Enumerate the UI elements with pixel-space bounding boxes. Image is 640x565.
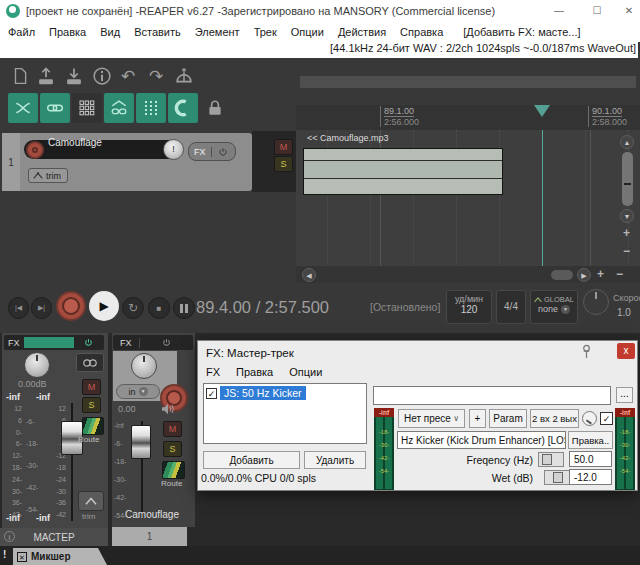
envelope-points-button[interactable] bbox=[104, 93, 134, 123]
fx-plugin-name[interactable]: JS: 50 Hz Kicker bbox=[220, 386, 306, 400]
undo-icon[interactable]: ↶ bbox=[116, 64, 140, 88]
track-strip-mute-button[interactable]: M bbox=[163, 421, 182, 437]
timeline-ruler[interactable]: 89.1.00 2:56.000 90.1.00 2:58.000 bbox=[296, 105, 640, 131]
record-button[interactable] bbox=[56, 291, 86, 321]
time-signature-box[interactable]: 4/4 bbox=[496, 290, 526, 324]
zoom-out-horizontal-button[interactable]: − bbox=[616, 267, 623, 281]
playhead-marker[interactable] bbox=[534, 105, 550, 117]
zoom-in-vertical-button[interactable]: + bbox=[623, 226, 630, 240]
menu-edit[interactable]: Правка bbox=[49, 26, 86, 38]
repeat-button[interactable]: ↻ bbox=[122, 297, 144, 319]
project-settings-icon[interactable] bbox=[90, 64, 114, 88]
master-pan-knob[interactable] bbox=[24, 352, 50, 378]
track-input-button[interactable]: in ▼ bbox=[116, 384, 160, 399]
master-solo-button[interactable]: S bbox=[82, 397, 101, 413]
redo-icon[interactable]: ↷ bbox=[144, 64, 168, 88]
param2-slider[interactable] bbox=[544, 470, 570, 485]
menu-help[interactable]: Справка bbox=[400, 26, 443, 38]
fx-chain-item[interactable]: ✓ JS: 50 Hz Kicker bbox=[204, 384, 366, 402]
menu-track[interactable]: Трек bbox=[254, 26, 277, 38]
record-arm-button[interactable] bbox=[26, 141, 44, 159]
fx-dots-button[interactable]: ... bbox=[616, 387, 633, 403]
add-fx-button[interactable]: Добавить bbox=[203, 451, 300, 469]
chevron-down-icon[interactable]: ▼ bbox=[561, 305, 570, 314]
media-item-label[interactable]: << Camouflage.mp3 bbox=[307, 133, 389, 143]
scroll-left-button[interactable]: ◀ bbox=[302, 268, 316, 282]
menu-view[interactable]: Вид bbox=[100, 26, 120, 38]
bpm-box[interactable]: уд/мин 120 bbox=[446, 290, 492, 324]
menu-insert[interactable]: Вставить bbox=[134, 26, 181, 38]
track-volume-knob[interactable]: ! bbox=[163, 139, 184, 160]
fx-bypass-checkbox[interactable]: ✓ bbox=[600, 412, 613, 425]
preset-dropdown[interactable]: Нет пресе ∨ bbox=[398, 409, 465, 428]
rate-value[interactable]: 1.0 bbox=[617, 307, 631, 318]
maximize-button[interactable]: ☐ bbox=[584, 3, 610, 19]
mixer-tab[interactable]: ✕ Микшер bbox=[13, 548, 107, 565]
global-automation-box[interactable]: GLOBAL none ▼ bbox=[530, 290, 578, 324]
media-item[interactable] bbox=[303, 148, 503, 195]
master-fx-row[interactable]: FX bbox=[4, 335, 104, 350]
menu-add-fx-master[interactable]: [Добавить FX: масте...] bbox=[463, 26, 580, 38]
bpm-value[interactable]: 120 bbox=[447, 304, 491, 315]
scroll-pill-button[interactable] bbox=[551, 270, 573, 280]
zoom-out-vertical-button[interactable]: − bbox=[623, 244, 630, 258]
master-stereo-button[interactable] bbox=[76, 353, 104, 372]
track-gain-value[interactable]: 0.00 bbox=[118, 404, 136, 414]
master-trim-button[interactable] bbox=[78, 491, 104, 511]
close-button[interactable]: ✕ bbox=[616, 3, 640, 19]
fx-menu-fx[interactable]: FX bbox=[206, 366, 220, 378]
play-button[interactable]: ▶ bbox=[89, 291, 119, 321]
param1-slider-thumb[interactable] bbox=[542, 454, 552, 465]
stop-button[interactable]: ■ bbox=[148, 297, 170, 319]
track-control-panel[interactable]: Camouflage ! FX trim bbox=[20, 133, 252, 191]
go-to-start-button[interactable]: |◀ bbox=[8, 297, 29, 319]
io-routing-button[interactable]: 2 вх 2 вых bbox=[530, 409, 579, 428]
track-solo-button[interactable]: S bbox=[274, 156, 293, 172]
fx-enabled-checkbox[interactable]: ✓ bbox=[206, 388, 217, 399]
track-envelope-button[interactable]: trim bbox=[28, 168, 68, 183]
master-mute-button[interactable]: M bbox=[82, 379, 101, 395]
fx-window-close-button[interactable]: x bbox=[617, 343, 635, 359]
pin-icon[interactable] bbox=[580, 344, 593, 359]
menu-actions[interactable]: Действия bbox=[338, 26, 386, 38]
auto-crossfade-button[interactable] bbox=[8, 93, 38, 123]
save-project-icon[interactable] bbox=[34, 64, 58, 88]
plugin-edit-button[interactable]: Правка.. bbox=[568, 431, 613, 449]
minimize-button[interactable]: — bbox=[546, 3, 572, 19]
master-gain-value[interactable]: 0.00dB bbox=[18, 379, 47, 389]
master-fx-power-icon[interactable] bbox=[74, 338, 104, 347]
track-strip-fx-power-icon[interactable] bbox=[140, 338, 193, 347]
item-grouping-button[interactable] bbox=[40, 93, 70, 123]
playrate-knob[interactable] bbox=[583, 289, 609, 315]
zoom-in-horizontal-button[interactable]: + bbox=[597, 267, 604, 281]
master-strip-label-bar[interactable]: i МАСТЕР bbox=[0, 528, 108, 546]
menu-file[interactable]: Файл bbox=[8, 26, 35, 38]
param2-value[interactable]: -12.0 bbox=[569, 469, 612, 485]
menu-item[interactable]: Элемент bbox=[195, 26, 240, 38]
lock-button[interactable] bbox=[200, 93, 230, 123]
save-preset-button[interactable]: + bbox=[469, 409, 486, 428]
track-fx-row[interactable]: FX bbox=[113, 335, 193, 350]
param1-value[interactable]: 50.0 bbox=[569, 451, 612, 467]
new-project-icon[interactable] bbox=[8, 64, 32, 88]
vertical-scrollbar-thumb[interactable] bbox=[622, 152, 633, 206]
track-fader[interactable] bbox=[131, 425, 151, 459]
delete-fx-button[interactable]: Удалить bbox=[304, 451, 366, 469]
wet-dry-knob[interactable] bbox=[582, 411, 597, 426]
info-icon[interactable]: i bbox=[4, 531, 15, 542]
grid-toggle-button[interactable] bbox=[72, 93, 102, 123]
track-strip-solo-button[interactable]: S bbox=[163, 441, 182, 457]
fx-power-icon[interactable] bbox=[212, 147, 235, 157]
track-fx-button[interactable]: FX bbox=[189, 147, 212, 157]
fx-menu-edit[interactable]: Правка bbox=[236, 366, 273, 378]
param2-slider-thumb[interactable] bbox=[553, 472, 563, 483]
track-strip-fx-label[interactable]: FX bbox=[113, 338, 140, 348]
snap-grid-button[interactable] bbox=[136, 93, 166, 123]
fx-chain-list[interactable]: ✓ JS: 50 Hz Kicker bbox=[203, 383, 367, 444]
arrange-view[interactable]: << Camouflage.mp3 ▲ ▼ + − bbox=[296, 130, 640, 266]
pause-button[interactable] bbox=[173, 297, 195, 319]
transport-time-display[interactable]: 89.4.00 / 2:57.500 bbox=[196, 298, 329, 317]
top-horizontal-scrollbar[interactable] bbox=[300, 76, 636, 88]
track-strip-number-tab[interactable]: 1 bbox=[112, 527, 187, 546]
scroll-down-button[interactable]: ▼ bbox=[620, 209, 634, 223]
